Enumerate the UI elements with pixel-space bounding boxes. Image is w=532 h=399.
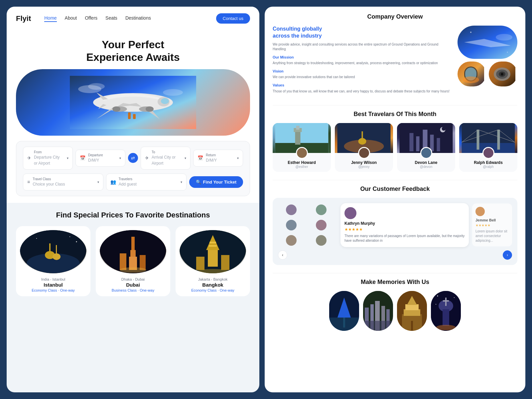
left-panel: Flyit Home About Offers Seats Destinatio…	[7, 7, 259, 392]
svg-point-8	[112, 106, 120, 112]
svg-point-2	[88, 83, 105, 90]
svg-rect-26	[120, 253, 126, 270]
best-travelers-title: Best Travelars Of This Month	[273, 111, 517, 118]
svg-point-100	[436, 325, 456, 330]
return-field[interactable]: 📅 Return D/M/Y ▾	[193, 150, 243, 167]
traveler-name-3: Devon Lane	[400, 160, 453, 165]
values-text: Those of you that know us, will know tha…	[273, 89, 452, 94]
find-ticket-button[interactable]: 🔍 Find Your Ticket	[189, 176, 243, 188]
svg-rect-60	[410, 133, 414, 151]
from-content: From Departure City or Airport	[34, 150, 64, 166]
search-form: ✈ From Departure City or Airport ▾ 📅 Dep…	[16, 141, 250, 196]
traveler-card-2[interactable]: Jenny Wilson @jenny	[335, 123, 393, 172]
istanbul-class: Economy Class · One-way	[20, 288, 86, 292]
destinations-section: Find Special Prices To Favorite Destinat…	[7, 203, 259, 304]
departure-chevron-icon: ▾	[119, 156, 121, 160]
traveler-avatar-3	[420, 147, 432, 159]
travel-class-content: Travel Class Choice your Class	[33, 177, 95, 187]
traveler-name-4: Ralph Edwards	[462, 160, 515, 165]
istanbul-city: Istanbul	[20, 282, 86, 288]
mission-label: Our Mission	[273, 55, 452, 60]
memory-oval-3	[397, 291, 427, 331]
traveler-name-2: Jenny Wilson	[337, 160, 390, 165]
carousel-prev-button[interactable]: ‹	[278, 250, 287, 260]
destination-card-istanbul[interactable]: India - Istanbul Istanbul Economy Class …	[16, 226, 90, 296]
overview-content: Consulting globally across the industry …	[273, 26, 517, 97]
svg-point-39	[470, 32, 471, 33]
from-field[interactable]: ✈ From Departure City or Airport ▾	[23, 147, 73, 170]
vision-label: Vision	[273, 69, 452, 74]
feedback-bubbles: Kathryn Murphy ★★★★★ There are many vari…	[278, 203, 512, 247]
travelers-field[interactable]: 👥 Travelers Add guest ▾	[106, 174, 187, 191]
memories-grid	[273, 291, 517, 331]
dubai-route: Dhaka - Dubai	[100, 277, 166, 281]
nav-offers[interactable]: Offers	[85, 15, 97, 22]
overview-text: Consulting globally across the industry …	[273, 26, 452, 97]
svg-point-6	[161, 98, 169, 104]
memory-oval-1	[329, 291, 359, 331]
plane-illustration	[70, 76, 196, 129]
bangkok-city: Bangkok	[180, 282, 246, 288]
traveler-city-1	[273, 123, 331, 153]
feedback-side-left	[278, 204, 305, 246]
svg-point-28	[120, 267, 146, 273]
traveler-handle-4: @ralph	[462, 165, 515, 169]
svg-rect-12	[133, 114, 136, 119]
hero-image	[16, 69, 250, 136]
svg-rect-36	[221, 255, 229, 270]
bangkok-image	[180, 230, 246, 273]
feedback-avatar-sm-1	[286, 204, 297, 215]
filter-icon: ≡	[27, 179, 30, 185]
feedback-avatar-sm-4	[316, 204, 327, 215]
plane-engine-image	[489, 62, 517, 86]
svg-point-19	[69, 236, 70, 237]
carousel-next-button[interactable]: ›	[503, 250, 512, 260]
feedback-avatar-sm-5	[316, 220, 327, 230]
traveler-city-2	[335, 123, 393, 153]
svg-point-49	[501, 73, 503, 75]
swap-button[interactable]: ⇄	[128, 153, 138, 163]
svg-rect-61	[416, 136, 420, 151]
nav-about[interactable]: About	[65, 15, 77, 22]
contact-button[interactable]: Contact us	[216, 13, 250, 24]
to-field[interactable]: ✈ To Arrival City or Airport ▾	[141, 147, 191, 170]
plane-takeoff-icon: ✈	[27, 155, 31, 161]
bangkok-route: Jakarta - Bangkok	[180, 277, 246, 281]
svg-point-98	[454, 297, 455, 298]
destination-card-bangkok[interactable]: Jakarta - Bangkok Bangkok Economy Class …	[176, 226, 250, 296]
traveler-city-3	[397, 123, 455, 153]
main-reviewer-stars: ★★★★★	[344, 227, 465, 232]
destination-cards: India - Istanbul Istanbul Economy Class …	[16, 226, 250, 296]
feedback-section: Our Customer Feedback	[273, 186, 517, 265]
best-travelers-section: Best Travelars Of This Month Esth	[273, 111, 517, 172]
travel-class-field[interactable]: ≡ Travel Class Choice your Class ▾	[23, 174, 103, 191]
nav-destinations[interactable]: Destinations	[125, 15, 151, 22]
carousel-nav: ‹ ›	[278, 250, 512, 260]
vision-text: We can provide innovative solutions that…	[273, 75, 452, 79]
memory-oval-2	[363, 291, 393, 331]
traveler-card-4[interactable]: Ralph Edwards @ralph	[459, 123, 517, 172]
feedback-card-secondary: Jemme Bell ★★★★★ Lorem ipsum dolor sit a…	[472, 203, 512, 246]
navbar: Flyit Home About Offers Seats Destinatio…	[7, 7, 259, 30]
memories-section: Make Memories With Us	[273, 279, 517, 331]
istanbul-image	[20, 230, 86, 273]
main-reviewer-text: There are many variations of passages of…	[344, 234, 465, 243]
departure-content: Departure D/M/Y	[88, 153, 117, 163]
feedback-avatar-sm-6	[316, 235, 327, 246]
svg-rect-32	[209, 245, 217, 247]
departure-field[interactable]: 📅 Departure D/M/Y ▾	[75, 150, 125, 167]
traveler-card-3[interactable]: Devon Lane @devon	[397, 123, 455, 172]
feedback-avatar-sm-2	[286, 220, 297, 230]
destination-card-dubai[interactable]: Dhaka - Dubai Dubai Business Class · One…	[96, 226, 170, 296]
search-row-2: ≡ Travel Class Choice your Class ▾ 👥 Tra…	[23, 174, 243, 191]
main-reviewer-avatar	[344, 207, 356, 219]
nav-home[interactable]: Home	[44, 15, 57, 22]
traveler-card-1[interactable]: Esther Howard @esther	[273, 123, 331, 172]
memories-title: Make Memories With Us	[273, 279, 517, 286]
svg-point-10	[146, 106, 154, 112]
svg-rect-69	[477, 130, 479, 150]
svg-rect-11	[128, 112, 131, 119]
travelers-grid: Esther Howard @esther Jenny Wilson	[273, 123, 517, 172]
nav-seats[interactable]: Seats	[105, 15, 117, 22]
divider-1	[273, 105, 517, 105]
